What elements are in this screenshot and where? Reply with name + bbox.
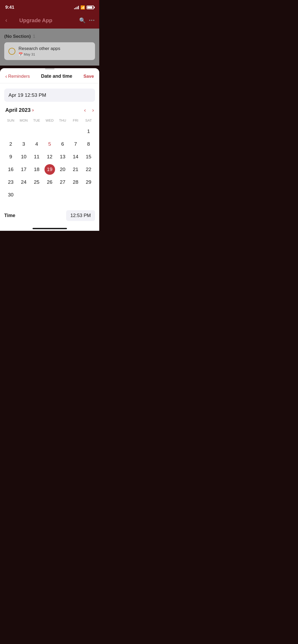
day-cell[interactable]: 19 <box>44 164 55 175</box>
day-cell[interactable]: 15 <box>82 151 95 163</box>
day-cell[interactable]: 6 <box>56 138 69 150</box>
day-cell[interactable]: 17 <box>17 164 30 175</box>
calendar-header: April 2023 › ‹ › <box>4 107 95 113</box>
day-cell <box>69 189 82 201</box>
search-icon[interactable]: 🔍 <box>79 17 86 24</box>
wifi-icon: 📶 <box>80 5 85 10</box>
day-cell[interactable]: 22 <box>82 164 95 175</box>
day-cell[interactable]: 23 <box>4 176 17 188</box>
home-bar <box>33 228 67 229</box>
calendar-nav: ‹ › <box>84 107 94 113</box>
day-cell[interactable]: 9 <box>4 151 17 163</box>
day-cell <box>17 189 30 201</box>
day-cell[interactable]: 16 <box>4 164 17 175</box>
day-cell[interactable]: 24 <box>17 176 30 188</box>
app-nav-title: Upgrade App <box>11 17 60 24</box>
day-cell[interactable]: 13 <box>56 151 69 163</box>
weekday-headers: SUN MON TUE WED THU FRI SAT <box>4 117 95 123</box>
weekday-sun: SUN <box>4 117 17 123</box>
sheet-header: ‹ Reminders Date and time Save <box>0 70 99 83</box>
sheet-title: Date and time <box>41 73 72 79</box>
calendar: April 2023 › ‹ › SUN MON TUE WED THU FRI… <box>0 107 99 205</box>
day-cell[interactable]: 8 <box>82 138 95 150</box>
sheet-back-label: Reminders <box>8 74 30 79</box>
day-cell <box>30 126 43 137</box>
day-cell <box>56 126 69 137</box>
battery-icon <box>87 6 94 9</box>
day-cell[interactable]: 10 <box>17 151 30 163</box>
bottom-sheet: ‹ Reminders Date and time Save Apr 19 12… <box>0 68 99 231</box>
weekday-fri: FRI <box>69 117 82 123</box>
day-cell <box>69 126 82 137</box>
month-expand-chevron-icon[interactable]: › <box>32 107 34 113</box>
day-cell <box>4 126 17 137</box>
day-cell[interactable]: 30 <box>4 189 17 201</box>
day-cell <box>30 189 43 201</box>
day-cell <box>43 189 56 201</box>
task-name: Research other apps <box>19 46 91 51</box>
task-date: 📅 May 31 <box>19 52 91 56</box>
day-cell[interactable]: 25 <box>30 176 43 188</box>
day-cell[interactable]: 26 <box>43 176 56 188</box>
weekday-tue: TUE <box>30 117 43 123</box>
time-value[interactable]: 12:53 PM <box>66 210 95 221</box>
status-time: 9:41 <box>5 5 14 10</box>
day-cell[interactable]: 27 <box>56 176 69 188</box>
more-options-icon[interactable]: ••• <box>89 18 95 23</box>
calendar-month-year: April 2023 <box>5 107 31 113</box>
day-cell[interactable]: 11 <box>30 151 43 163</box>
day-cell <box>56 189 69 201</box>
days-grid: 1234567891011121314151617181920212223242… <box>4 126 95 201</box>
next-month-button[interactable]: › <box>92 107 94 113</box>
section-header: (No Section) 1 <box>4 34 95 39</box>
day-cell[interactable]: 14 <box>69 151 82 163</box>
weekday-thu: THU <box>56 117 69 123</box>
day-cell[interactable]: 5 <box>43 138 56 150</box>
weekday-sat: SAT <box>82 117 95 123</box>
day-cell[interactable]: 1 <box>82 126 95 137</box>
day-cell[interactable]: 28 <box>69 176 82 188</box>
task-card[interactable]: Research other apps 📅 May 31 <box>4 42 95 60</box>
app-nav-bar: ‹ Upgrade App 🔍 ••• <box>0 13 99 29</box>
task-info: Research other apps 📅 May 31 <box>19 46 91 56</box>
day-cell[interactable]: 20 <box>56 164 69 175</box>
day-cell[interactable]: 18 <box>30 164 43 175</box>
date-display-field[interactable]: Apr 19 12:53 PM <box>4 89 95 102</box>
day-cell[interactable]: 4 <box>30 138 43 150</box>
status-icons: 📶 <box>74 5 94 10</box>
calendar-month-row: April 2023 › <box>5 107 34 113</box>
weekday-mon: MON <box>17 117 30 123</box>
save-button[interactable]: Save <box>83 74 94 79</box>
section-title: (No Section) <box>4 34 31 39</box>
signal-icon <box>74 6 79 9</box>
day-cell <box>17 126 30 137</box>
task-checkbox[interactable] <box>8 48 15 55</box>
calendar-small-icon: 📅 <box>19 52 23 56</box>
day-cell[interactable]: 21 <box>69 164 82 175</box>
day-cell[interactable]: 29 <box>82 176 95 188</box>
sheet-back-button[interactable]: ‹ Reminders <box>5 73 30 79</box>
day-cell <box>43 126 56 137</box>
home-indicator <box>0 225 99 231</box>
weekday-wed: WED <box>43 117 56 123</box>
status-bar: 9:41 📶 <box>0 0 99 13</box>
time-row: Time 12:53 PM <box>0 206 99 225</box>
day-cell[interactable]: 3 <box>17 138 30 150</box>
day-cell <box>82 189 95 201</box>
time-label: Time <box>4 213 15 218</box>
nav-back-button[interactable]: ‹ <box>4 16 8 25</box>
day-cell[interactable]: 12 <box>43 151 56 163</box>
background-content: (No Section) 1 Research other apps 📅 May… <box>0 29 99 66</box>
date-display-text: Apr 19 12:53 PM <box>8 92 46 98</box>
task-date-text: May 31 <box>24 52 35 56</box>
day-cell[interactable]: 7 <box>69 138 82 150</box>
day-cell[interactable]: 2 <box>4 138 17 150</box>
back-chevron-icon: ‹ <box>5 73 7 79</box>
section-count: 1 <box>33 34 35 39</box>
prev-month-button[interactable]: ‹ <box>84 107 86 113</box>
